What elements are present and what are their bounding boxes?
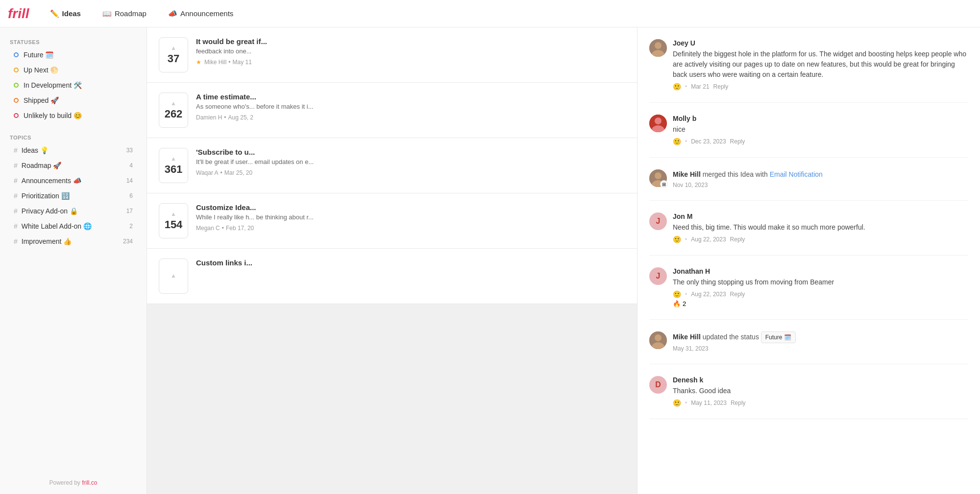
topic-improvement[interactable]: # Improvement 👍 234 [4,234,143,249]
dot-sep-joey: • [685,83,687,90]
comment-author-jon: Jon M [673,212,968,220]
comment-body-jon: Jon M Need this, big time. This would ma… [673,212,968,243]
topic-announcements[interactable]: # Announcements 📣 14 [4,173,143,188]
idea-author-0: Mike Hill [204,59,226,66]
comment-author-joey: Joey U [673,39,968,47]
idea-card-4[interactable]: ▲ Custom links i... [147,249,637,304]
status-future-label: Future 🗓️ [24,51,53,59]
reply-button-molly[interactable]: Reply [730,138,745,145]
logo: frill [8,6,29,22]
reply-button-denesh[interactable]: Reply [731,400,746,406]
status-update-text: updated the status [703,333,761,341]
status-up-next[interactable]: Up Next 🌕 [4,63,143,77]
vote-arrow-up-3: ▲ [171,211,176,217]
ideas-container: ▲ 37 It would be great if... feedback in… [147,27,637,304]
comment-jonathan: J Jonathan H The only thing stopping us … [649,267,968,307]
idea-date-0: May 11 [233,59,252,66]
idea-date-3: Feb 17, 20 [226,225,254,232]
divider-6 [649,364,968,364]
comment-jon: J Jon M Need this, big time. This would … [649,212,968,243]
system-body-status: Mike Hill updated the status Future 🗓️ M… [673,331,968,352]
status-dot-in-development [14,83,19,88]
vote-count-0: 37 [168,52,179,65]
idea-card-0[interactable]: ▲ 37 It would be great if... feedback in… [147,27,637,83]
idea-body-3: Customize Idea... While I really like h.… [196,203,625,232]
status-dot-up-next [14,68,19,72]
merge-link[interactable]: Email Notification [770,170,823,178]
comment-text-jon: Need this, big time. This would make it … [673,222,968,233]
emoji-button-denesh[interactable]: 🙂 [673,399,681,407]
idea-card-3[interactable]: ▲ 154 Customize Idea... While I really l… [147,193,637,249]
frill-link[interactable]: frill.co [82,479,97,486]
idea-card-1[interactable]: ▲ 262 A time estimate... As someone who'… [147,83,637,138]
idea-meta-3: Megan C • Feb 17, 20 [196,225,625,232]
hash-icon-6: # [14,222,18,230]
idea-card-2[interactable]: ▲ 361 'Subscribe to u... It'll be great … [147,138,637,193]
idea-date-1: Aug 25, 2 [228,114,253,121]
idea-body-0: It would be great if... feedback into on… [196,37,625,66]
nav-ideas[interactable]: ✏️ Ideas [45,6,86,21]
nav-announcements[interactable]: 📣 Announcements [163,6,238,21]
comment-date-denesh: May 11, 2023 [691,400,727,406]
topic-privacy[interactable]: # Privacy Add-on 🔒 17 [4,204,143,218]
status-dot-future [14,52,19,57]
topic-ideas-count: 33 [126,147,133,154]
nav-roadmap[interactable]: 📖 Roadmap [98,6,151,21]
topic-prioritization[interactable]: # Prioritization 🔢 6 [4,188,143,203]
status-unlikely[interactable]: Unlikely to build 😊 [4,108,143,123]
comment-body-jonathan: Jonathan H The only thing stopping us fr… [673,267,968,307]
nav-roadmap-label: Roadmap [115,9,147,18]
idea-title-1: A time estimate... [196,93,625,101]
reply-button-jonathan[interactable]: Reply [730,291,745,298]
system-merge: ⊞ Mike Hill merged this Idea with Email … [649,169,968,188]
status-in-development[interactable]: In Development 🛠️ [4,78,143,93]
hash-icon: # [14,146,18,154]
vote-box-3[interactable]: ▲ 154 [159,203,188,238]
avatar-wrap-status [649,331,667,349]
comment-date-jon: Aug 22, 2023 [691,236,726,243]
emoji-button-jonathan[interactable]: 🙂 [673,290,681,298]
reply-button-joey[interactable]: Reply [713,83,729,90]
vote-box-2[interactable]: ▲ 361 [159,148,188,183]
avatar-initials-denesh: D [655,380,661,389]
vote-arrow-up-0: ▲ [171,45,176,51]
avatar-initials-jonathan: J [656,272,661,281]
idea-desc-2: It'll be great if user... email updates … [196,158,625,165]
idea-title-0: It would be great if... [196,37,625,46]
merge-author: Mike Hill [673,170,701,178]
avatar-jonathan: J [649,267,667,285]
nav-announcements-label: Announcements [180,9,233,18]
emoji-button-jon[interactable]: 🙂 [673,235,681,243]
topic-ideas[interactable]: # Ideas 💡 33 [4,143,143,158]
fire-badge[interactable]: 🔥 2 [673,300,686,307]
avatar-jon: J [649,212,667,230]
svg-point-7 [655,172,662,179]
vote-box-0[interactable]: ▲ 37 [159,37,188,72]
svg-point-10 [655,334,662,341]
topic-prioritization-label: Prioritization 🔢 [22,192,126,200]
divider-2 [649,157,968,158]
vote-box-4[interactable]: ▲ [159,259,188,294]
comment-author-denesh: Denesh k [673,376,968,384]
comment-joey: Joey U Definitely the biggest hole in th… [649,39,968,91]
comment-body-molly: Molly b nice 🙂 • Dec 23, 2023 Reply [673,115,968,145]
topic-white-label[interactable]: # White Label Add-on 🌐 2 [4,219,143,234]
comment-text-denesh: Thanks. Good idea [673,386,968,396]
dot-sep-3: • [222,225,224,232]
avatar-initials-jon: J [656,217,661,226]
idea-author-2: Waqar A [196,169,219,176]
reply-button-jon[interactable]: Reply [730,236,745,243]
sidebar: Statuses Future 🗓️ Up Next 🌕 In Developm… [0,27,147,494]
topic-roadmap[interactable]: # Roadmap 🚀 4 [4,158,143,173]
idea-title-4: Custom links i... [196,259,625,267]
emoji-button-molly[interactable]: 🙂 [673,138,681,145]
idea-desc-1: As someone who's... before it makes it i… [196,103,625,110]
statuses-section-title: Statuses [0,35,147,47]
status-shipped[interactable]: Shipped 🚀 [4,93,143,108]
vote-box-1[interactable]: ▲ 262 [159,93,188,128]
idea-desc-3: While I really like h... be thinking abo… [196,213,625,221]
emoji-button-joey[interactable]: 🙂 [673,83,681,91]
system-body-merge: Mike Hill merged this Idea with Email No… [673,169,968,188]
comment-text-jonathan: The only thing stopping us from moving f… [673,277,968,287]
status-future[interactable]: Future 🗓️ [4,47,143,62]
